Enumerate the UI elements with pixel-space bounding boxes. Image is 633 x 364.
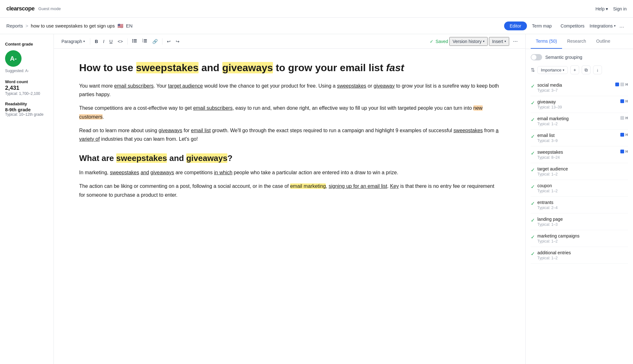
highlight-giveaways-h2: giveaways <box>186 153 227 163</box>
help-button[interactable]: Help ▾ <box>595 6 608 11</box>
svg-point-2 <box>132 40 133 41</box>
highlight-giveaways: giveaways <box>222 62 273 73</box>
link-target-audience[interactable]: target audience <box>168 83 203 89</box>
toggle-knob <box>531 55 536 60</box>
term-typical: Typical: 1–2 <box>537 172 625 176</box>
term-item: ✓ giveaway Typical: 13–39 H <box>531 96 628 113</box>
link-signing-up[interactable]: signing up for an email list <box>329 183 387 189</box>
top-nav: clearscope Guest mode Help ▾ Sign in <box>0 0 633 18</box>
add-term-button[interactable]: + <box>570 65 579 74</box>
highlight-email-marketing: email marketing <box>290 183 326 189</box>
bullet-list-button[interactable] <box>130 37 139 46</box>
link-giveaway[interactable]: giveaway <box>374 83 395 89</box>
svg-rect-11 <box>144 42 147 42</box>
version-history-button[interactable]: Version history ▾ <box>449 37 488 46</box>
link-key[interactable]: Key <box>390 183 399 189</box>
redo-button[interactable]: ↪ <box>174 38 181 45</box>
sort-icon[interactable]: ⇅ <box>531 67 535 73</box>
paragraph-select[interactable]: Paragraph ▾ <box>59 38 87 45</box>
term-typical: Typical: 8–24 <box>537 155 618 160</box>
semantic-grouping-toggle[interactable] <box>531 54 542 60</box>
link-email-subscribers[interactable]: email subscribers <box>114 83 154 89</box>
tab-integrations[interactable]: Integrations ▾ <box>590 23 616 28</box>
sign-in-button[interactable]: Sign in <box>613 6 627 11</box>
saved-indicator: ✓ Saved <box>430 39 448 44</box>
tab-term-map[interactable]: Term map <box>528 22 555 30</box>
breadcrumb-title: how to use sweepstakes to get sign ups 🇺… <box>31 23 132 29</box>
right-panel-tabs: Terms (50) Research Outline <box>526 34 633 49</box>
breadcrumb-reports[interactable]: Reports <box>6 23 23 28</box>
copy-terms-button[interactable]: ⧉ <box>582 65 591 74</box>
undo-button[interactable]: ↩ <box>165 38 173 45</box>
ordered-list-button[interactable]: 1.2.3. <box>140 37 149 46</box>
editor-content[interactable]: How to use sweepstakes and giveaways to … <box>54 49 525 364</box>
term-name: email list <box>537 133 618 138</box>
link-sweepstakes-2[interactable]: sweepstakes <box>453 128 483 133</box>
term-badges: H <box>620 116 628 120</box>
term-typical: Typical: 2–4 <box>537 206 625 210</box>
svg-rect-5 <box>134 42 137 42</box>
breadcrumb-separator: > <box>26 23 28 28</box>
term-typical: Typical: 1–2 <box>537 239 625 244</box>
term-typical: Typical: 1–2 <box>537 122 618 126</box>
toolbar-more-button[interactable]: ··· <box>510 37 520 46</box>
term-item: ✓ entrants Typical: 2–4 <box>531 197 628 213</box>
badge-blue <box>620 99 624 103</box>
link-giveaways-2[interactable]: giveaways <box>150 170 174 175</box>
insert-button[interactable]: Insert ▾ <box>489 37 509 46</box>
content-grade-label: Content grade <box>5 42 48 46</box>
term-check-icon: ✓ <box>531 133 535 139</box>
badge-blue <box>620 150 624 153</box>
badge-gray <box>620 116 624 120</box>
tab-group: Editor Term map Competitors Integrations… <box>504 21 627 30</box>
readability-value: 8-9th grade <box>5 107 48 112</box>
link-sweepstakes[interactable]: sweepstakes <box>337 83 366 89</box>
term-name: giveaway <box>537 99 618 104</box>
term-typical: Typical: 3–9 <box>537 139 618 143</box>
link-giveaways[interactable]: giveaways <box>159 128 182 133</box>
paragraph-2: These competitions are a cost-effective … <box>79 104 500 121</box>
term-name: sweepstakes <box>537 150 618 155</box>
term-text: coupon Typical: 1–2 <box>537 183 625 193</box>
link-sweepstakes-3[interactable]: sweepstakes <box>110 170 139 175</box>
semantic-grouping-row: Semantic grouping <box>531 54 628 60</box>
badge-h: H <box>625 99 628 103</box>
link-variety[interactable]: a variety of <box>79 128 498 142</box>
svg-rect-3 <box>134 40 137 41</box>
italic-button[interactable]: I <box>101 38 106 45</box>
term-name: coupon <box>537 183 625 188</box>
underline-button[interactable]: U <box>107 38 114 45</box>
check-icon: ✓ <box>430 39 434 44</box>
term-typical: Typical: 1–3 <box>537 222 625 227</box>
term-name: landing page <box>537 217 625 222</box>
link-button[interactable]: 🔗 <box>150 38 160 45</box>
code-button[interactable]: <> <box>116 38 125 45</box>
download-terms-button[interactable]: ↓ <box>593 65 602 74</box>
tab-competitors[interactable]: Competitors <box>557 22 588 30</box>
term-check-icon: ✓ <box>531 117 535 123</box>
link-email-list[interactable]: email list <box>191 128 211 133</box>
tab-terms[interactable]: Terms (50) <box>531 34 562 49</box>
readability-section: Readability 8-9th grade Typical: 10–12th… <box>5 102 48 117</box>
term-badges: H <box>615 83 628 86</box>
flag-icon: 🇺🇸 <box>117 23 123 28</box>
toolbar-separator <box>90 38 90 45</box>
tab-editor[interactable]: Editor <box>504 22 527 30</box>
term-text: entrants Typical: 2–4 <box>537 200 625 210</box>
paragraph-3: Read on to learn more about using giveaw… <box>79 126 500 143</box>
chevron-down-icon: ▾ <box>83 40 85 43</box>
term-item: ✓ landing page Typical: 1–3 <box>531 213 628 230</box>
nav-right: Help ▾ Sign in <box>595 6 627 11</box>
bold-button[interactable]: B <box>93 38 100 45</box>
term-text: giveaway Typical: 13–39 <box>537 99 618 109</box>
term-text: landing page Typical: 1–3 <box>537 217 625 227</box>
more-options-button[interactable]: ... <box>617 21 627 30</box>
tab-research[interactable]: Research <box>562 34 591 49</box>
term-text: marketing campaigns Typical: 1–2 <box>537 233 625 244</box>
suggested-label: Suggested: A- <box>5 69 48 73</box>
tab-outline[interactable]: Outline <box>591 34 615 49</box>
word-count-label: Word count <box>5 79 48 84</box>
link-email-subscribers-2[interactable]: email subscribers <box>193 105 232 111</box>
terms-list: ✓ social media Typical: 3–7 H ✓ giveaway… <box>531 79 628 264</box>
sort-select[interactable]: Importance ▾ <box>537 66 568 74</box>
